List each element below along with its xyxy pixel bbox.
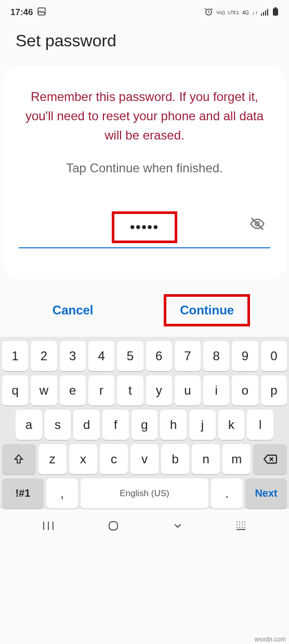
key-p[interactable]: p — [261, 375, 287, 406]
svg-point-23 — [244, 524, 245, 525]
key-b[interactable]: b — [161, 444, 189, 474]
key-t[interactable]: t — [117, 375, 143, 406]
key-i[interactable]: i — [203, 375, 229, 406]
svg-point-20 — [237, 524, 238, 525]
key-c[interactable]: c — [100, 444, 128, 474]
nav-back-icon[interactable] — [172, 520, 183, 534]
key-space[interactable]: English (US) — [81, 478, 208, 509]
cancel-button[interactable]: Cancel — [39, 297, 107, 324]
signal-bars-icon — [261, 8, 269, 17]
key-r[interactable]: r — [88, 375, 114, 406]
key-8[interactable]: 8 — [203, 341, 229, 371]
key-s[interactable]: s — [45, 410, 71, 440]
network-label: LTE1 — [228, 10, 239, 15]
key-d[interactable]: d — [73, 410, 100, 440]
key-n[interactable]: n — [192, 444, 220, 474]
password-input[interactable]: ••••• — [19, 204, 270, 248]
key-k[interactable]: k — [218, 410, 245, 440]
key-2[interactable]: 2 — [31, 341, 57, 371]
instruction-text: Tap Continue when finished. — [19, 161, 270, 175]
svg-point-25 — [239, 527, 240, 528]
nav-home-icon[interactable] — [107, 520, 120, 534]
key-j[interactable]: j — [189, 410, 216, 440]
key-e[interactable]: e — [60, 375, 86, 406]
svg-point-21 — [239, 524, 240, 525]
nav-keyboard-icon[interactable] — [236, 521, 247, 533]
svg-point-19 — [244, 522, 245, 523]
keyboard-row-numbers: 1 2 3 4 5 6 7 8 9 0 — [2, 341, 287, 371]
password-card: Remember this password. If you forget it… — [3, 66, 286, 280]
status-bar: 17:46 Vo)) LTE1 4G ↓↑ — [0, 0, 289, 21]
keyboard: 1 2 3 4 5 6 7 8 9 0 q w e r t y u i o p … — [0, 337, 289, 509]
svg-rect-28 — [237, 529, 245, 530]
key-3[interactable]: 3 — [60, 341, 86, 371]
svg-rect-2 — [261, 14, 262, 16]
svg-rect-6 — [273, 8, 278, 16]
key-g[interactable]: g — [132, 410, 158, 440]
svg-point-24 — [237, 527, 238, 528]
key-x[interactable]: x — [69, 444, 97, 474]
svg-rect-4 — [265, 10, 266, 16]
key-shift[interactable] — [2, 444, 36, 474]
key-v[interactable]: v — [130, 444, 159, 474]
key-next[interactable]: Next — [245, 478, 287, 509]
volte-label: Vo)) — [216, 10, 225, 15]
key-f[interactable]: f — [102, 410, 129, 440]
svg-rect-15 — [109, 522, 117, 530]
key-symbols[interactable]: !#1 — [2, 478, 44, 509]
key-m[interactable]: m — [222, 444, 251, 474]
key-w[interactable]: w — [31, 375, 57, 406]
page-title: Set password — [0, 21, 289, 66]
key-a[interactable]: a — [16, 410, 42, 440]
password-value: ••••• — [112, 211, 177, 243]
android-navbar — [0, 513, 289, 541]
keyboard-row-z: z x c v b n m — [2, 444, 287, 474]
action-row: Cancel Continue — [0, 280, 289, 337]
status-time: 17:46 — [10, 7, 33, 18]
svg-rect-3 — [263, 12, 264, 16]
keyboard-row-bottom: !#1 , English (US) . Next — [2, 478, 287, 509]
nav-recents-icon[interactable] — [42, 521, 55, 533]
svg-rect-7 — [274, 7, 277, 8]
key-z[interactable]: z — [38, 444, 67, 474]
warning-text: Remember this password. If you forget it… — [19, 87, 270, 145]
watermark: wsxdn.com — [255, 636, 286, 643]
keyboard-row-q: q w e r t y u i o p — [2, 375, 287, 406]
svg-rect-5 — [267, 9, 268, 16]
svg-point-17 — [239, 522, 240, 523]
key-1[interactable]: 1 — [2, 341, 28, 371]
battery-icon — [272, 7, 279, 18]
key-backspace[interactable] — [253, 444, 287, 474]
svg-point-22 — [242, 524, 243, 525]
key-5[interactable]: 5 — [117, 341, 143, 371]
key-4[interactable]: 4 — [88, 341, 114, 371]
key-9[interactable]: 9 — [232, 341, 258, 371]
key-o[interactable]: o — [232, 375, 258, 406]
alarm-icon — [204, 7, 213, 18]
visibility-off-icon[interactable] — [249, 216, 265, 234]
updown-icon: ↓↑ — [252, 9, 258, 16]
key-6[interactable]: 6 — [146, 341, 172, 371]
key-y[interactable]: y — [146, 375, 172, 406]
key-l[interactable]: l — [247, 410, 273, 440]
key-u[interactable]: u — [175, 375, 201, 406]
signal-label: 4G — [242, 10, 249, 16]
key-comma[interactable]: , — [46, 478, 78, 509]
svg-point-16 — [237, 522, 238, 523]
continue-button[interactable]: Continue — [164, 294, 250, 326]
svg-point-27 — [244, 527, 245, 528]
key-period[interactable]: . — [211, 478, 243, 509]
gallery-icon — [37, 7, 46, 19]
key-7[interactable]: 7 — [175, 341, 201, 371]
key-h[interactable]: h — [160, 410, 187, 440]
svg-point-26 — [242, 527, 243, 528]
key-0[interactable]: 0 — [261, 341, 287, 371]
svg-point-18 — [242, 522, 243, 523]
keyboard-row-a: a s d f g h j k l — [2, 410, 287, 440]
key-q[interactable]: q — [2, 375, 28, 406]
